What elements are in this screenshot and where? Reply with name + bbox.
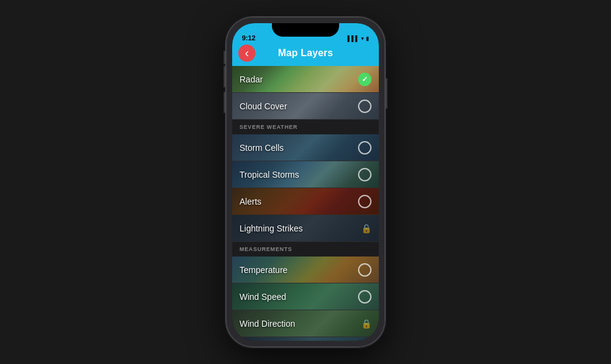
list-item[interactable]: Storm Cells: [232, 134, 379, 161]
lock-icon: 🔒: [361, 319, 371, 329]
content-area: Radar Cloud Cover SEVERE WEATHER S: [232, 66, 379, 341]
list-item[interactable]: Radar: [232, 66, 379, 93]
list-item[interactable]: Wind Direction 🔒: [232, 310, 379, 337]
toggle-temperature[interactable]: [358, 263, 371, 277]
toggle-alerts[interactable]: [358, 195, 371, 208]
layer-label-temperature: Temperature: [240, 265, 288, 275]
layer-label-windspeed: Wind Speed: [240, 292, 286, 302]
list-item[interactable]: Tropical Storms: [232, 161, 379, 188]
list-item[interactable]: Humidity 🔒: [232, 337, 379, 341]
toggle-tropical[interactable]: [358, 168, 371, 181]
section-header-severe: SEVERE WEATHER: [232, 120, 379, 134]
silent-switch: [224, 51, 225, 64]
lock-humidity: 🔒: [361, 340, 371, 341]
layer-label-cloud: Cloud Cover: [240, 101, 287, 111]
toggle-on-icon: [358, 73, 371, 86]
layer-label-winddirection: Wind Direction: [240, 319, 295, 329]
lock-icon: 🔒: [361, 224, 371, 233]
list-item[interactable]: Cloud Cover: [232, 93, 379, 120]
section-label-severe: SEVERE WEATHER: [240, 124, 298, 130]
list-item[interactable]: Lightning Strikes 🔒: [232, 215, 379, 242]
layer-label-humidity: Humidity: [240, 341, 273, 341]
lock-lightning: 🔒: [361, 223, 371, 234]
list-item[interactable]: Alerts: [232, 188, 379, 215]
nav-bar: Map Layers: [232, 44, 379, 66]
notch: [272, 23, 339, 37]
toggle-off-icon: [358, 290, 371, 304]
toggle-off-icon: [358, 263, 371, 277]
list-item[interactable]: Wind Speed: [232, 283, 379, 310]
back-button[interactable]: [238, 45, 255, 62]
lock-icon: 🔒: [361, 341, 371, 341]
power-button: [386, 78, 387, 109]
toggle-off-icon: [358, 141, 371, 155]
signal-icon: ▌▌▌: [348, 35, 359, 42]
toggle-cloud[interactable]: [358, 100, 371, 113]
layer-label-radar: Radar: [240, 75, 263, 84]
list-item[interactable]: Temperature: [232, 257, 379, 283]
section-label-measurements: MEASUREMENTS: [240, 246, 292, 252]
toggle-storm[interactable]: [358, 141, 371, 155]
volume-down-button: [224, 92, 225, 113]
layer-label-lightning: Lightning Strikes: [240, 224, 303, 233]
nav-title: Map Layers: [278, 48, 333, 59]
volume-up-button: [224, 66, 225, 87]
layer-label-storm: Storm Cells: [240, 143, 284, 153]
layer-label-alerts: Alerts: [240, 197, 262, 206]
lock-winddirection: 🔒: [361, 318, 371, 329]
battery-icon: ▮: [366, 35, 369, 42]
section-header-measurements: MEASUREMENTS: [232, 242, 379, 257]
toggle-off-icon: [358, 195, 371, 208]
status-time: 9:12: [242, 34, 255, 42]
phone-frame: 9:12 ▌▌▌ ▾ ▮ Map Layers Radar: [226, 17, 385, 347]
toggle-off-icon: [358, 100, 371, 113]
layer-label-tropical: Tropical Storms: [240, 170, 299, 180]
phone-screen: 9:12 ▌▌▌ ▾ ▮ Map Layers Radar: [232, 23, 379, 341]
toggle-windspeed[interactable]: [358, 290, 371, 304]
status-icons: ▌▌▌ ▾ ▮: [348, 35, 369, 42]
wifi-icon: ▾: [361, 35, 364, 42]
toggle-radar[interactable]: [358, 73, 371, 86]
toggle-off-icon: [358, 168, 371, 181]
